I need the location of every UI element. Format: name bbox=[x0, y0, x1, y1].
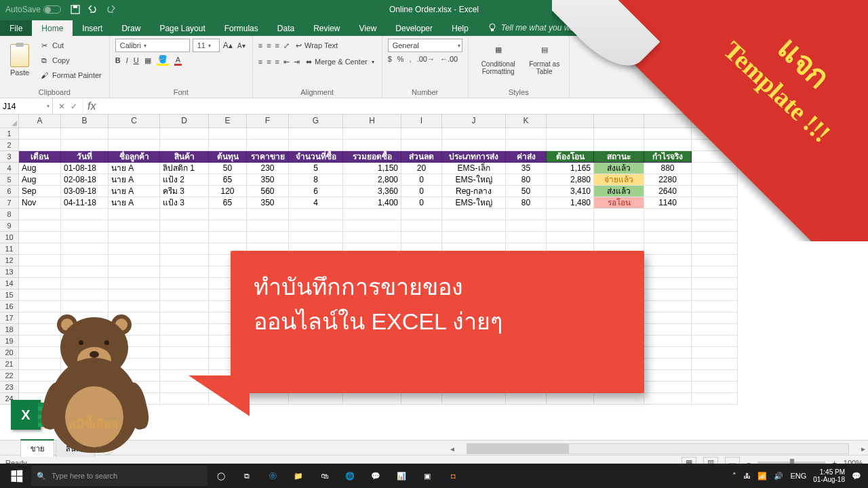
col-header[interactable]: E bbox=[209, 115, 247, 127]
cell[interactable] bbox=[442, 209, 506, 220]
cell[interactable]: 1,150 bbox=[343, 163, 401, 174]
redo-icon[interactable] bbox=[106, 5, 115, 14]
cell[interactable]: ลิปสติก 1 bbox=[160, 163, 209, 174]
cell[interactable]: 350 bbox=[247, 174, 289, 186]
row-header[interactable]: 15 bbox=[0, 289, 19, 301]
network-icon[interactable]: 🖧 bbox=[743, 472, 751, 480]
cell[interactable] bbox=[108, 232, 160, 243]
fx-icon[interactable]: fx bbox=[83, 98, 100, 114]
cell[interactable] bbox=[160, 209, 209, 220]
cell[interactable] bbox=[442, 128, 506, 140]
cell[interactable] bbox=[61, 278, 108, 289]
taskbar-clock[interactable]: 1:45 PM 01-Aug-18 bbox=[813, 468, 845, 483]
cell[interactable]: แป้ง 2 bbox=[160, 174, 209, 186]
orientation-icon[interactable]: ⤢ bbox=[283, 41, 290, 50]
cell[interactable] bbox=[644, 243, 692, 255]
cell[interactable]: Aug bbox=[19, 163, 61, 174]
excel-taskbar-icon[interactable]: 📊 bbox=[389, 464, 414, 488]
cell[interactable] bbox=[644, 255, 692, 266]
cell[interactable] bbox=[692, 209, 738, 220]
taskbar-search[interactable]: 🔍Type here to search bbox=[31, 466, 208, 486]
decrease-font-icon[interactable]: A▾ bbox=[236, 40, 247, 51]
cell[interactable] bbox=[209, 232, 247, 243]
wifi-icon[interactable]: 📶 bbox=[757, 472, 767, 481]
cell[interactable]: สินค้า bbox=[160, 151, 209, 163]
align-left-icon[interactable]: ≡ bbox=[258, 58, 262, 66]
cell[interactable] bbox=[61, 220, 108, 232]
cell[interactable] bbox=[108, 220, 160, 232]
cell[interactable] bbox=[343, 209, 401, 220]
cell[interactable] bbox=[19, 140, 61, 151]
row-header[interactable]: 12 bbox=[0, 255, 19, 266]
format-as-table-button[interactable]: ▤ Format as Table bbox=[526, 39, 564, 77]
tab-help[interactable]: Help bbox=[442, 20, 478, 36]
comma-icon[interactable]: , bbox=[410, 55, 412, 63]
underline-button[interactable]: U bbox=[134, 56, 139, 64]
cell[interactable] bbox=[160, 128, 209, 140]
cell[interactable] bbox=[547, 220, 594, 232]
cell[interactable] bbox=[209, 220, 247, 232]
scroll-left-icon[interactable]: ◄ bbox=[448, 445, 457, 453]
cell[interactable]: นาย A bbox=[108, 186, 160, 197]
cell[interactable] bbox=[160, 266, 209, 278]
row-header[interactable]: 2 bbox=[0, 140, 19, 151]
cell[interactable]: กำไรจริง bbox=[644, 151, 692, 163]
cell[interactable] bbox=[61, 232, 108, 243]
cell[interactable]: 4 bbox=[289, 197, 343, 209]
cell[interactable] bbox=[108, 266, 160, 278]
cell[interactable]: 6 bbox=[289, 186, 343, 197]
undo-icon[interactable] bbox=[88, 5, 98, 14]
cell[interactable] bbox=[644, 359, 692, 370]
cell[interactable] bbox=[692, 382, 738, 393]
tell-me-search[interactable]: Tell me what you want to do bbox=[481, 20, 608, 36]
col-header[interactable]: D bbox=[160, 115, 209, 127]
cell[interactable]: นาย A bbox=[108, 197, 160, 209]
cell[interactable] bbox=[644, 278, 692, 289]
cell[interactable]: ประเภทการส่ง bbox=[442, 151, 506, 163]
cell[interactable]: เดือน bbox=[19, 151, 61, 163]
wrap-text-button[interactable]: ↩Wrap Text bbox=[294, 39, 340, 52]
cell[interactable] bbox=[692, 128, 738, 140]
tab-data[interactable]: Data bbox=[268, 20, 304, 36]
cell[interactable]: 1,400 bbox=[343, 197, 401, 209]
cell[interactable] bbox=[108, 301, 160, 312]
cell[interactable] bbox=[692, 347, 738, 359]
cell[interactable] bbox=[61, 266, 108, 278]
cell[interactable]: แป้ง 3 bbox=[160, 197, 209, 209]
row-header[interactable]: 8 bbox=[0, 209, 19, 220]
tab-file[interactable]: File bbox=[0, 20, 32, 36]
cell[interactable]: สถานะ bbox=[594, 151, 644, 163]
cell[interactable] bbox=[692, 163, 738, 174]
cell[interactable] bbox=[692, 301, 738, 312]
cell[interactable] bbox=[644, 336, 692, 347]
cell[interactable] bbox=[442, 393, 506, 405]
cell[interactable] bbox=[401, 393, 442, 405]
cell[interactable] bbox=[19, 209, 61, 220]
cell[interactable]: 1,165 bbox=[547, 163, 594, 174]
cell[interactable] bbox=[644, 370, 692, 382]
col-header[interactable] bbox=[547, 115, 594, 127]
cell[interactable]: วันที่ bbox=[61, 151, 108, 163]
enter-icon[interactable]: ✓ bbox=[71, 102, 77, 111]
row-header[interactable]: 18 bbox=[0, 324, 19, 336]
cell[interactable] bbox=[594, 393, 644, 405]
cell[interactable]: ส่งแล้ว bbox=[594, 186, 644, 197]
cell[interactable] bbox=[160, 289, 209, 301]
cell[interactable] bbox=[289, 128, 343, 140]
cell[interactable] bbox=[108, 278, 160, 289]
number-format-combo[interactable]: General▾ bbox=[388, 39, 462, 52]
cell[interactable] bbox=[692, 393, 738, 405]
cell[interactable] bbox=[160, 301, 209, 312]
cell[interactable] bbox=[547, 232, 594, 243]
cell[interactable] bbox=[247, 209, 289, 220]
cell[interactable] bbox=[108, 128, 160, 140]
cell[interactable] bbox=[160, 140, 209, 151]
fill-color-button[interactable]: 🪣 bbox=[157, 55, 169, 66]
conditional-formatting-button[interactable]: ▦ Conditional Formatting bbox=[474, 39, 523, 77]
cell[interactable]: 2640 bbox=[644, 186, 692, 197]
cell[interactable] bbox=[401, 128, 442, 140]
cell[interactable] bbox=[692, 359, 738, 370]
cell[interactable]: 03-09-18 bbox=[61, 186, 108, 197]
cell[interactable]: EMS-ใหญ่ bbox=[442, 197, 506, 209]
cell[interactable] bbox=[506, 232, 547, 243]
